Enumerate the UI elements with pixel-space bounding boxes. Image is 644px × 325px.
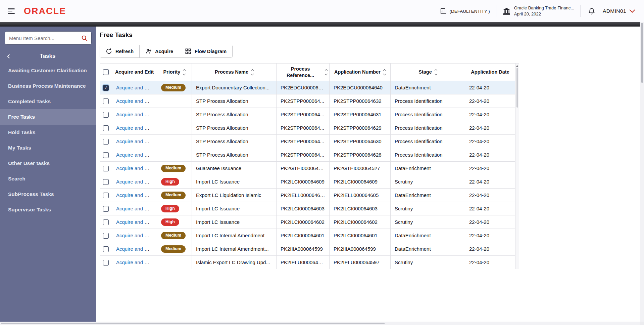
sidebar-item-my-tasks[interactable]: My Tasks (0, 140, 96, 156)
acquire-and-edit-link[interactable]: Acquire and Edit (116, 152, 153, 158)
process-name-cell: Guarantee Issuance (192, 162, 277, 175)
search-icon[interactable] (81, 35, 88, 42)
application-number-cell: PK2IELL000064605 (330, 189, 391, 202)
stage-cell: Process Identification (391, 94, 465, 108)
toolbar-button-label: Flow Diagram (195, 49, 227, 54)
process-reference-cell: PK2ILCI000064603 (277, 202, 330, 215)
table-row[interactable]: Acquire and Edit STP Process Allocation … (100, 148, 515, 162)
application-number-cell: PK2EDCU000064640 (330, 81, 391, 94)
acquire-and-edit-link[interactable]: Acquire and Edit (116, 85, 153, 90)
table-row[interactable]: Acquire and Edit High Import LC Issuance… (100, 175, 515, 189)
column-header-application-number[interactable]: Application Number (330, 64, 391, 81)
table-row[interactable]: Acquire and Edit STP Process Allocation … (100, 108, 515, 121)
entity-selector[interactable]: (DEFAULTENTITY ) (440, 7, 490, 15)
stage-cell: DataEnrichment (391, 81, 465, 94)
row-checkbox[interactable] (103, 246, 109, 252)
sidebar-item-completed-tasks[interactable]: Completed Tasks (0, 94, 96, 109)
column-header-label: Process Name (215, 69, 248, 75)
sidebar-item-search[interactable]: Search (0, 171, 96, 187)
table-row[interactable]: Acquire and Edit Medium Guarantee Issuan… (100, 162, 515, 175)
page-horizontal-scrollbar[interactable] (0, 322, 640, 325)
row-checkbox[interactable] (103, 233, 109, 239)
sidebar-item-label: Awaiting Customer Clarification (8, 68, 87, 74)
sort-icon[interactable] (251, 70, 253, 75)
acquire-and-edit-link[interactable]: Acquire and Edit (116, 165, 153, 171)
table-scrollbar-thumb[interactable] (516, 68, 518, 108)
process-reference-cell: PK2GTEI000064527 (277, 162, 330, 175)
page-vertical-scrollbar[interactable] (640, 22, 644, 322)
acquire-and-edit-link[interactable]: Acquire and Edit (116, 206, 153, 211)
row-checkbox[interactable] (103, 139, 109, 145)
sidebar-item-label: My Tasks (8, 145, 31, 151)
sidebar-item-supervisor-tasks[interactable]: Supervisor Tasks (0, 202, 96, 217)
acquire-and-edit-link[interactable]: Acquire and Edit (116, 233, 153, 238)
priority-badge: High (161, 218, 179, 226)
acquire-and-edit-link[interactable]: Acquire and Edit (116, 98, 153, 104)
table-row[interactable]: Acquire and Edit Medium Export LC Liquid… (100, 189, 515, 202)
vertical-scrollbar-thumb[interactable] (641, 23, 643, 83)
horizontal-scrollbar-thumb[interactable] (1, 323, 385, 324)
acquire-and-edit-link[interactable]: Acquire and Edit (116, 259, 153, 265)
acquire-and-edit-link[interactable]: Acquire and Edit (116, 179, 153, 185)
acquire-and-edit-link[interactable]: Acquire and Edit (116, 246, 153, 252)
row-checkbox[interactable] (103, 85, 109, 91)
sort-icon[interactable] (384, 70, 386, 75)
oracle-logo: ORACLE (24, 6, 66, 16)
row-checkbox[interactable] (103, 193, 109, 198)
sort-icon[interactable] (435, 70, 437, 75)
column-header-process-name[interactable]: Process Name (192, 64, 277, 81)
sidebar-item-business-process-maintenance[interactable]: Business Process Maintenance (0, 78, 96, 94)
sidebar-item-awaiting-customer-clarification[interactable]: Awaiting Customer Clarification (0, 63, 96, 78)
sidebar-item-other-user-tasks[interactable]: Other User tasks (0, 156, 96, 171)
acquire-and-edit-link[interactable]: Acquire and Edit (116, 138, 153, 144)
refresh-button[interactable]: Refresh (100, 45, 140, 57)
sort-icon[interactable] (325, 70, 327, 75)
sidebar-item-subprocess-tasks[interactable]: SubProcess Tasks (0, 187, 96, 202)
table-row[interactable]: Acquire and Edit STP Process Allocation … (100, 121, 515, 135)
table-row[interactable]: Acquire and Edit High Import LC Issuance… (100, 202, 515, 215)
acquire-and-edit-link[interactable]: Acquire and Edit (116, 219, 153, 225)
application-date-cell: 22-04-20 (465, 202, 515, 215)
flow-diagram-button[interactable]: Flow Diagram (179, 45, 232, 57)
app-info[interactable]: Oracle Banking Trade Financ... April 20,… (502, 5, 574, 17)
acquire-and-edit-link[interactable]: Acquire and Edit (116, 125, 153, 131)
select-all-checkbox[interactable] (103, 69, 109, 75)
row-checkbox[interactable] (103, 152, 109, 158)
row-checkbox[interactable] (103, 206, 109, 212)
scroll-up-arrow-icon[interactable] (516, 65, 518, 67)
row-checkbox[interactable] (103, 219, 109, 225)
sort-icon[interactable] (183, 70, 185, 75)
table-row[interactable]: Acquire and Edit Medium Import LC Intern… (100, 229, 515, 242)
acquire-and-edit-link[interactable]: Acquire and Edit (116, 112, 153, 117)
table-row[interactable]: Acquire and Edit STP Process Allocation … (100, 135, 515, 148)
table-row[interactable]: Acquire and Edit High Import LC Issuance… (100, 215, 515, 229)
row-checkbox[interactable] (103, 260, 109, 266)
table-scrollbar[interactable] (515, 63, 519, 269)
sidebar-item-hold-tasks[interactable]: Hold Tasks (0, 125, 96, 140)
table-row[interactable]: Acquire and Edit Medium Import LC Intern… (100, 242, 515, 256)
acquire-and-edit-link[interactable]: Acquire and Edit (116, 192, 153, 198)
row-checkbox[interactable] (103, 179, 109, 185)
notifications-bell-icon[interactable] (587, 6, 597, 16)
back-chevron-icon[interactable] (6, 54, 11, 59)
row-checkbox[interactable] (103, 112, 109, 118)
row-checkbox[interactable] (103, 98, 109, 104)
acquire-button[interactable]: Acquire (140, 45, 179, 57)
column-header-priority[interactable]: Priority (157, 64, 192, 81)
menu-search (5, 31, 92, 45)
row-checkbox[interactable] (103, 166, 109, 171)
user-menu[interactable]: ADMIN01 (603, 8, 635, 14)
application-date-cell: 22-04-20 (465, 215, 515, 229)
column-header-stage[interactable]: Stage (391, 64, 465, 81)
row-checkbox[interactable] (103, 125, 109, 131)
sidebar-item-label: Supervisor Tasks (8, 207, 51, 213)
priority-badge: Medium (161, 165, 186, 172)
menu-search-input[interactable] (9, 35, 81, 41)
hamburger-menu-icon[interactable] (6, 7, 16, 15)
column-header-process-reference[interactable]: Process Reference... (277, 64, 330, 81)
priority-badge: Medium (161, 245, 186, 253)
sidebar-item-free-tasks[interactable]: Free Tasks (0, 109, 96, 125)
table-row[interactable]: Acquire and Edit Islamic Export LC Drawi… (100, 256, 515, 269)
table-row[interactable]: Acquire and Edit STP Process Allocation … (100, 94, 515, 108)
table-row[interactable]: Acquire and Edit Medium Export Documenta… (100, 81, 515, 94)
